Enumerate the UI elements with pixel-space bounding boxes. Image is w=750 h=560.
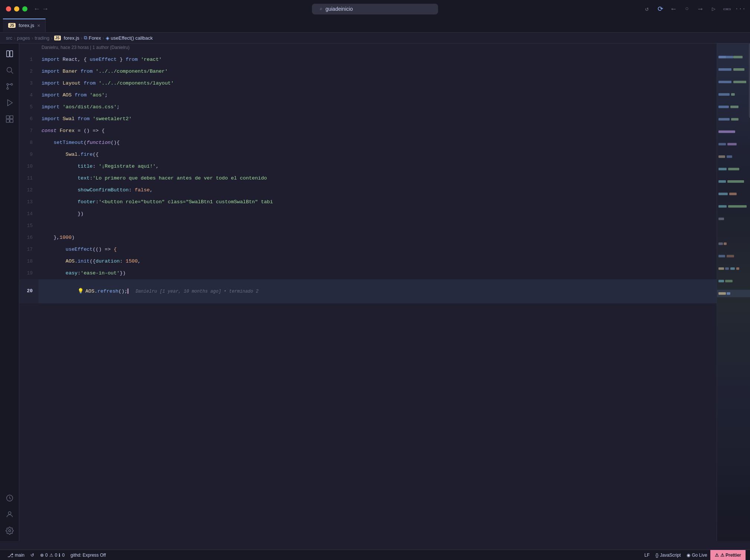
svg-rect-25 (730, 106, 739, 108)
svg-rect-17 (733, 56, 743, 59)
git-status-text: githd: Express Off (70, 553, 106, 558)
warning-icon: ⚠ (49, 553, 53, 558)
go-live-text: Go Live (692, 553, 707, 558)
source-control-icon[interactable] (2, 79, 17, 94)
info-count: 0 (62, 553, 65, 558)
tab-bar: JS forex.js × (0, 18, 750, 33)
breadcrumb-file[interactable]: forex.js (64, 35, 79, 41)
svg-rect-37 (718, 193, 728, 195)
tab-forex[interactable]: JS forex.js × (3, 19, 46, 32)
svg-marker-7 (7, 100, 12, 106)
svg-rect-26 (718, 118, 730, 121)
svg-point-13 (8, 512, 11, 514)
search-bar[interactable]: ⌕ guiadeinicio (312, 4, 438, 14)
table-row: 6 import Swal from 'sweetalert2' (19, 113, 717, 125)
table-row: 14 }) (19, 208, 717, 220)
breadcrumb-src[interactable]: src (6, 35, 12, 41)
forward-arrow[interactable]: → (43, 5, 47, 13)
svg-rect-51 (725, 280, 733, 282)
svg-rect-24 (718, 106, 729, 108)
account-icon[interactable] (2, 507, 17, 522)
table-row: 12 showConfirmButton: false, (19, 184, 717, 196)
svg-rect-48 (730, 267, 735, 270)
svg-rect-44 (718, 255, 725, 257)
prettier-icon: ⚠ (715, 553, 719, 558)
breadcrumb-js-badge: JS (54, 36, 61, 40)
branch-status[interactable]: ⎇ main (4, 550, 27, 560)
table-row: 19 easy:'ease-in-out'}) (19, 267, 717, 279)
more-icon[interactable]: ··· (737, 5, 744, 13)
svg-point-5 (11, 83, 13, 85)
svg-rect-43 (724, 243, 727, 245)
breadcrumb-component[interactable]: Forex (89, 35, 101, 41)
back-arrow[interactable]: ← (35, 5, 39, 13)
minimize-button[interactable] (14, 6, 19, 11)
svg-rect-27 (731, 118, 739, 121)
search-text: guiadeinicio (325, 6, 353, 12)
close-button[interactable] (6, 6, 11, 11)
warning-count: 0 (55, 553, 57, 558)
redo-icon[interactable]: ⟶ (697, 5, 704, 13)
breadcrumb: src › pages › trading › JS forex.js › ⧉ … (0, 33, 750, 43)
svg-rect-45 (727, 255, 734, 257)
svg-rect-47 (725, 267, 729, 270)
breadcrumb-pages[interactable]: pages (17, 35, 30, 41)
branch-name: main (15, 553, 24, 558)
split-editor-icon[interactable]: ▭▭ (723, 5, 731, 13)
traffic-lights (6, 6, 27, 11)
svg-rect-30 (727, 143, 737, 145)
git-status[interactable]: githd: Express Off (68, 550, 109, 560)
table-row: 11 text:'Lo primero que debes hacer ante… (19, 172, 717, 184)
play-icon[interactable]: ▷ (710, 5, 717, 13)
files-icon[interactable] (2, 46, 17, 61)
svg-rect-31 (718, 155, 725, 158)
breadcrumb-method[interactable]: useEffect() callback (111, 35, 153, 41)
prettier-status[interactable]: ⚠ ⚠ Prettier (710, 550, 746, 560)
settings-icon[interactable] (2, 523, 17, 538)
error-icon: ⊗ (40, 553, 44, 558)
sync-status[interactable]: ↺ (27, 550, 37, 560)
error-status[interactable]: ⊗ 0 ⚠ 0 ℹ 0 (37, 550, 68, 560)
table-row: 18 AOS.init({duration: 1500, (19, 256, 717, 267)
svg-rect-22 (718, 93, 730, 96)
line-ending-text: LF (644, 553, 649, 558)
js-badge: JS (8, 23, 16, 28)
activity-bar (0, 43, 19, 541)
tab-close-icon[interactable]: × (37, 23, 40, 29)
sync-icon[interactable]: ⟳ (657, 5, 664, 13)
git-inline-blame: Danielru [1 year, 10 months ago] • termi… (136, 289, 259, 294)
undo-icon[interactable]: ⟵ (670, 5, 677, 13)
timeline-icon[interactable] (2, 491, 17, 505)
format-status[interactable]: {} JavaScript (652, 550, 684, 560)
table-row: 10 title: '¡Regístrate aquí!', (19, 161, 717, 172)
table-row: 3 import Layout from '../../components/l… (19, 78, 717, 89)
nav-arrows: ← → (35, 5, 47, 13)
table-row: 13 footer:'<button role="button" class="… (19, 196, 717, 208)
go-live-status[interactable]: ◉ Go Live (684, 550, 710, 560)
table-row: 7 const Forex = () => { (19, 125, 717, 137)
breadcrumb-trading[interactable]: trading (34, 35, 49, 41)
history-icon[interactable]: ↺ (643, 5, 651, 13)
status-bar: ⎇ main ↺ ⊗ 0 ⚠ 0 ℹ 0 githd: Express Off … (0, 550, 750, 560)
minimap[interactable] (717, 43, 750, 541)
language-text: JavaScript (660, 553, 681, 558)
maximize-button[interactable] (22, 6, 27, 11)
circle-icon[interactable]: ○ (683, 5, 691, 13)
run-debug-icon[interactable] (2, 95, 17, 110)
code-container[interactable]: 1 import React, { useEffect } from 'reac… (19, 43, 717, 541)
svg-rect-0 (6, 51, 9, 57)
svg-rect-8 (6, 116, 9, 119)
svg-rect-21 (733, 81, 746, 83)
svg-point-4 (7, 83, 9, 85)
line-ending-status[interactable]: LF (641, 550, 652, 560)
svg-rect-42 (718, 243, 723, 245)
extensions-icon[interactable] (2, 112, 17, 126)
main-layout: Danielru, hace 23 horas | 1 author (Dani… (0, 43, 750, 541)
search-activity-icon[interactable] (2, 63, 17, 78)
svg-rect-9 (10, 116, 13, 119)
svg-rect-20 (718, 81, 731, 83)
table-row: 1 import React, { useEffect } from 'reac… (19, 54, 717, 66)
tab-filename: forex.js (19, 23, 34, 28)
svg-rect-50 (718, 280, 724, 282)
breadcrumb-method-icon: ◈ (106, 35, 109, 41)
